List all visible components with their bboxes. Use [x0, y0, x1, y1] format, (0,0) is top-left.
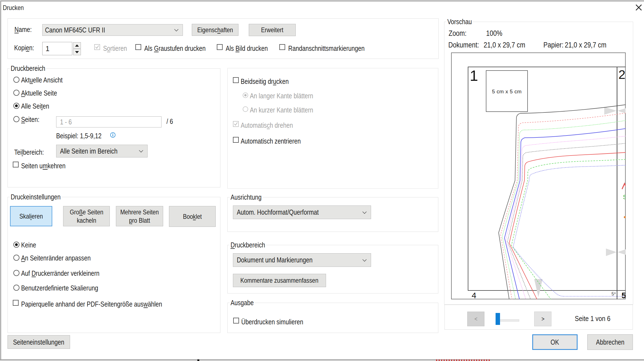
- svg-text:5: 5: [621, 291, 626, 299]
- svg-text:1: 1: [470, 67, 478, 84]
- svg-text:4: 4: [472, 291, 476, 299]
- svg-text:2: 2: [618, 67, 625, 82]
- svg-text:5 cm x 5 cm: 5 cm x 5 cm: [492, 89, 522, 94]
- svg-text:5⁰: 5⁰: [611, 292, 616, 296]
- svg-text:S: S: [623, 194, 626, 200]
